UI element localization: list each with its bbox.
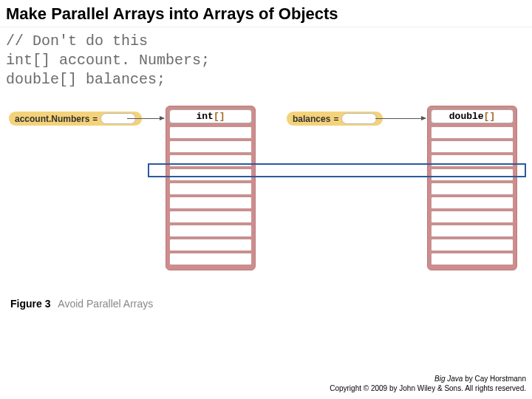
code-line: int[] account. Numbers; xyxy=(6,51,526,70)
array-cell xyxy=(169,225,252,237)
variable-name: account.Numbers xyxy=(15,114,89,124)
book-title: Big Java xyxy=(434,375,463,383)
array-cell xyxy=(169,183,252,195)
equals-sign: = xyxy=(333,114,338,124)
figure-caption-text: Avoid Parallel Arrays xyxy=(58,298,153,310)
slide-title: Make Parallel Arrays into Arrays of Obje… xyxy=(0,0,532,27)
equals-sign: = xyxy=(92,114,98,124)
array-cell xyxy=(169,140,252,153)
type-base: int xyxy=(196,111,213,122)
array-cell xyxy=(169,239,252,251)
array-cell xyxy=(431,126,514,139)
type-base: double xyxy=(449,111,484,122)
reference-slot xyxy=(341,113,377,124)
diagram: account.Numbers = int[] balances = doubl… xyxy=(0,103,532,295)
array-cell xyxy=(431,211,514,223)
type-brackets: [] xyxy=(484,111,496,122)
array-cell xyxy=(431,140,514,153)
footer-line: Big Java by Cay Horstmann xyxy=(330,375,526,384)
array-cell xyxy=(431,239,514,251)
array-cell xyxy=(431,225,514,237)
figure-caption: Figure 3 Avoid Parallel Arrays xyxy=(0,298,532,310)
arrow-icon xyxy=(127,118,164,119)
code-line: double[] balances; xyxy=(6,70,526,89)
variable-name: balances xyxy=(293,114,330,124)
array-int: int[] xyxy=(166,106,256,270)
arrow-icon xyxy=(375,118,426,119)
array-type-label: double[] xyxy=(431,109,514,123)
array-cell xyxy=(431,183,514,195)
footer: Big Java by Cay Horstmann Copyright © 20… xyxy=(330,375,526,393)
footer-line: Copyright © 2009 by John Wiley & Sons. A… xyxy=(330,384,526,394)
array-cell xyxy=(431,253,514,265)
author: by Cay Horstmann xyxy=(463,375,526,383)
array-cell xyxy=(169,253,252,265)
code-line: // Don't do this xyxy=(6,32,526,51)
figure-number: Figure 3 xyxy=(10,298,50,310)
array-cell xyxy=(431,197,514,209)
array-cell xyxy=(169,197,252,209)
type-brackets: [] xyxy=(214,111,225,122)
code-block: // Don't do this int[] account. Numbers;… xyxy=(0,27,532,95)
variable-label-account-numbers: account.Numbers = xyxy=(9,112,142,126)
array-type-label: int[] xyxy=(169,109,252,123)
highlight-row xyxy=(148,163,526,177)
array-cell xyxy=(169,211,252,223)
array-cell xyxy=(169,126,252,139)
array-double: double[] xyxy=(427,106,517,270)
variable-label-balances: balances = xyxy=(287,112,383,126)
